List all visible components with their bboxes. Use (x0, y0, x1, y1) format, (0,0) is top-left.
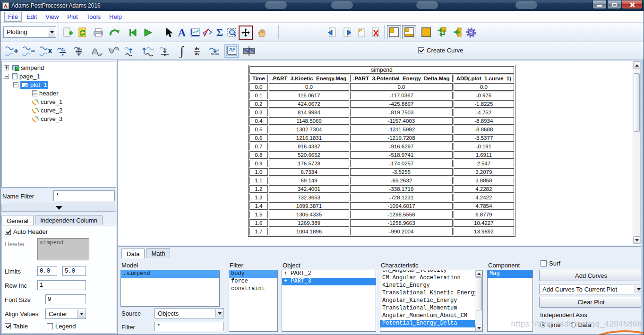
component-list-item[interactable]: Mag (488, 270, 532, 278)
left-panel-tab[interactable]: General (1, 215, 34, 225)
play-animation-icon[interactable] (141, 26, 155, 39)
scroll-down-icon[interactable] (633, 236, 640, 244)
layout-dashboard-icon[interactable] (402, 25, 416, 39)
scroll-down-icon[interactable] (475, 325, 482, 331)
curve-multiply-icon[interactable] (38, 44, 53, 58)
radio-icon[interactable] (540, 322, 545, 327)
curve-invert-icon[interactable] (106, 44, 121, 58)
characteristic-list[interactable]: CM_Angular_VelocityCM_Angular_Accelerati… (380, 270, 483, 332)
new-page-icon[interactable] (355, 26, 368, 39)
create-curve-checkbox-box[interactable] (418, 47, 424, 53)
menu-item[interactable]: Plot (63, 12, 81, 22)
component-list[interactable]: Mag (487, 270, 533, 332)
sum-tool-icon[interactable]: Σ (213, 26, 226, 39)
source-select-arrow-icon[interactable] (215, 309, 223, 318)
plot-vertical-scrollbar[interactable] (633, 61, 641, 244)
menu-item[interactable]: View (42, 12, 62, 22)
tree-item[interactable]: header (2, 89, 116, 97)
curve-edit-icon[interactable] (201, 26, 214, 39)
curve-baseline-icon[interactable] (157, 44, 172, 58)
filter-list-item[interactable]: force (229, 278, 277, 285)
filter-list-item[interactable]: constraint (229, 285, 277, 293)
independent-axis-radio[interactable]: Time (540, 321, 560, 328)
pan-hand-icon[interactable] (256, 26, 269, 39)
characteristic-list-item[interactable]: CM_Angular_Acceleration (380, 275, 475, 282)
characteristic-list-item[interactable]: Translational_Momentum (380, 305, 475, 312)
model-list[interactable]: .simpend (120, 270, 220, 307)
curve-divide-icon[interactable] (55, 44, 70, 58)
align-values-select[interactable]: Center (45, 309, 86, 319)
select-cursor-icon[interactable] (162, 26, 175, 39)
layout-treeview-icon[interactable] (387, 25, 401, 39)
import-view-icon[interactable] (449, 25, 464, 39)
characteristic-list-item[interactable]: Angular_Momentum_About_CM (380, 312, 475, 320)
zoom-select-icon[interactable] (225, 26, 239, 39)
filter-field-input[interactable] (155, 322, 224, 331)
characteristic-scrollbar[interactable] (475, 270, 482, 331)
add-curves-button[interactable]: Add Curves (539, 270, 643, 281)
tree-expander-icon[interactable] (13, 82, 18, 87)
object-list[interactable]: + PART_2+ PART_3 (282, 270, 376, 332)
next-page-icon[interactable] (341, 26, 354, 39)
clear-plot-button[interactable]: Clear Plot (539, 297, 643, 308)
curve-shift-icon[interactable] (140, 44, 155, 58)
legend-checkbox[interactable]: Legend (47, 323, 76, 330)
dashboard-tab[interactable]: Data (121, 248, 145, 258)
font-size-input[interactable] (45, 294, 86, 304)
characteristic-list-item[interactable]: Kinetic_Energy (380, 282, 475, 290)
close-button[interactable] (622, 0, 643, 9)
curve-abs-icon[interactable] (89, 44, 104, 58)
curve-offset-icon[interactable] (123, 44, 138, 58)
characteristic-list-item[interactable]: CM_Angular_Velocity (380, 270, 475, 275)
object-list-item[interactable]: + PART_2 (282, 270, 376, 278)
text-tool-icon[interactable]: A (175, 26, 189, 39)
row-inc-input[interactable] (37, 280, 86, 290)
fft-filter-icon[interactable] (241, 44, 257, 58)
scroll-up-icon[interactable] (475, 270, 482, 277)
menu-item[interactable]: Help (105, 12, 126, 22)
print-icon[interactable] (92, 26, 105, 39)
source-select[interactable]: Objects (155, 308, 224, 318)
derivative-icon[interactable]: dxdy (189, 44, 205, 58)
create-curve-checkbox[interactable]: Create Curve (418, 47, 463, 54)
characteristic-list-item[interactable]: Translational_Kinetic_Energy (380, 290, 475, 297)
tree-item[interactable]: curve_2 (2, 106, 116, 114)
menu-item[interactable]: Tools (83, 12, 104, 22)
characteristic-list-item[interactable]: Angular_Kinetic_Energy (380, 297, 475, 305)
align-values-arrow-icon[interactable] (77, 309, 85, 318)
menu-item[interactable]: File (4, 12, 22, 22)
name-filter-input[interactable] (53, 190, 115, 201)
limits-max-input[interactable] (62, 266, 86, 276)
statistics-plot-icon[interactable] (224, 44, 239, 58)
tree-expander-icon[interactable] (4, 65, 9, 70)
dashboard-tab[interactable]: Math (146, 248, 170, 258)
filter-list[interactable]: bodyforceconstraint (229, 270, 278, 332)
scrollbar-thumb[interactable] (634, 73, 640, 132)
table-checkbox-box[interactable] (5, 323, 11, 329)
layout-plot-only-icon[interactable] (419, 25, 433, 39)
table-checkbox[interactable]: Table (5, 323, 28, 330)
add-mode-select[interactable]: Add Curves To Current Plot (539, 284, 643, 294)
tree-item[interactable]: simpend (2, 63, 116, 72)
scroll-up-icon[interactable] (633, 61, 640, 69)
integral-icon[interactable]: ∫ (174, 44, 189, 58)
surf-checkbox-box[interactable] (541, 260, 547, 266)
characteristic-list-item[interactable]: Potential_Energy_Delta (380, 320, 475, 327)
tree-expander-icon[interactable] (4, 74, 9, 79)
surf-checkbox[interactable]: Surf (541, 260, 560, 267)
filter-list-item[interactable]: body (229, 270, 277, 278)
limits-min-input[interactable] (37, 266, 57, 276)
restore-button[interactable] (607, 0, 621, 9)
first-frame-icon[interactable] (126, 26, 139, 39)
settings-gear-icon[interactable] (464, 26, 478, 39)
scrollbar-thumb[interactable] (476, 277, 482, 310)
mode-select[interactable]: Plotting (3, 26, 56, 38)
spline-icon[interactable]: SPLINE (207, 44, 223, 58)
auto-header-checkbox[interactable]: Auto Header (5, 228, 48, 235)
undo-icon[interactable] (107, 26, 120, 39)
tree-item[interactable]: plot_1 (2, 80, 116, 89)
curve-subtract-icon[interactable] (21, 44, 36, 58)
swap-views-icon[interactable] (434, 25, 448, 39)
tree-item[interactable]: curve_3 (2, 114, 116, 123)
left-panel-tab[interactable]: Independent Column (35, 215, 103, 225)
